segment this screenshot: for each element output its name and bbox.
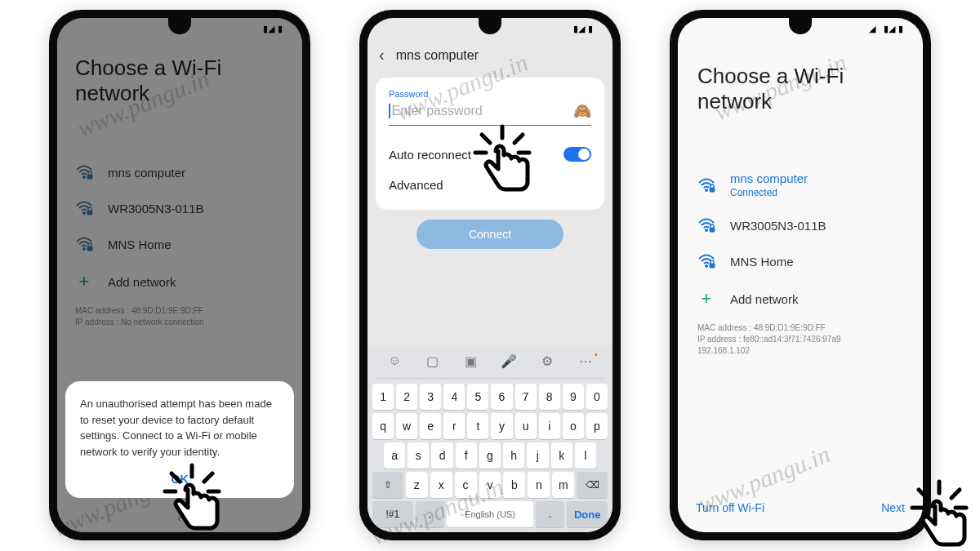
key[interactable]: z	[406, 472, 428, 498]
key[interactable]: f	[456, 442, 477, 469]
phone-1: ▮◢ ▮ Choose a Wi-Fi network mns computer…	[49, 10, 310, 540]
key[interactable]: k	[551, 442, 572, 469]
key[interactable]: 4	[443, 384, 465, 410]
eye-off-icon[interactable]: 🙈	[573, 102, 591, 120]
kb-settings-icon[interactable]: ⚙	[538, 353, 556, 371]
backspace-key[interactable]: ⌫	[577, 472, 608, 498]
bottom-bar: Turn off Wi-Fi Next	[696, 501, 905, 514]
key[interactable]: a	[384, 442, 405, 469]
shift-key[interactable]: ⇧	[372, 472, 403, 498]
key[interactable]: 3	[420, 384, 441, 410]
key[interactable]: 2	[396, 384, 417, 410]
key[interactable]: l	[575, 442, 596, 469]
wifi-item[interactable]: MNS Home	[697, 252, 903, 270]
key[interactable]: j	[527, 442, 548, 469]
key[interactable]: b	[503, 472, 525, 498]
phone-3: ◢ ▮◢ ▮ Choose a Wi-Fi network mns comput…	[670, 10, 931, 540]
battery-icon: ▮	[588, 24, 599, 33]
key[interactable]: t	[467, 413, 488, 439]
key[interactable]: 6	[491, 384, 512, 410]
toggle-on-icon[interactable]	[564, 147, 591, 162]
key[interactable]: o	[563, 413, 584, 439]
kb-row-1: q w e r t y u i o p	[371, 411, 609, 441]
key[interactable]: w	[396, 413, 417, 439]
alert-popup: An unauthorised attempt has been made to…	[65, 381, 294, 498]
key[interactable]: c	[455, 472, 477, 498]
key[interactable]: 1	[372, 384, 394, 410]
kb-gif-icon[interactable]: ▣	[462, 353, 480, 371]
kb-more-icon[interactable]: ⋯	[577, 353, 595, 371]
key[interactable]: g	[479, 442, 501, 469]
key[interactable]: 5	[467, 384, 488, 410]
key[interactable]: h	[503, 442, 524, 469]
wifi-lock-icon	[697, 176, 715, 194]
wifi-item[interactable]: WR3005N3-011B	[697, 216, 903, 234]
key[interactable]: r	[443, 413, 465, 439]
next-button[interactable]: Next	[881, 501, 905, 514]
key[interactable]: 0	[586, 384, 608, 410]
connect-button[interactable]: Connect	[416, 220, 564, 249]
key[interactable]: e	[420, 413, 441, 439]
kb-sticker-icon[interactable]: ▢	[424, 353, 442, 371]
kb-emoji-icon[interactable]: ☺	[385, 353, 403, 371]
comma-key[interactable]: ,	[416, 501, 444, 527]
kb-row-2: a s d f g h j k l	[371, 441, 609, 470]
password-label: Password	[389, 89, 591, 99]
kb-row-4: !#1 , English (US) . Done	[371, 500, 609, 529]
password-input[interactable]: Enter password 🙈	[389, 99, 591, 126]
signal-icon: ▮◢	[884, 24, 895, 33]
auto-reconnect-row[interactable]: Auto reconnect	[389, 139, 591, 170]
wifi-name: WR3005N3-011B	[730, 219, 826, 233]
kb-row-numbers: 1 2 3 4 5 6 7 8 9 0	[371, 382, 609, 411]
advanced-row[interactable]: Advanced	[389, 170, 591, 200]
key[interactable]: p	[586, 413, 608, 439]
key[interactable]: i	[539, 413, 560, 439]
key[interactable]: q	[372, 413, 394, 439]
key[interactable]: u	[515, 413, 537, 439]
ok-button[interactable]: OK	[172, 471, 189, 488]
popup-text: An unauthorised attempt has been made to…	[80, 396, 279, 460]
phone-2: ▮◢ ▮ ‹ mns computer Password Enter passw…	[359, 10, 621, 540]
wifi-item-connected[interactable]: mns computer Connected	[697, 171, 903, 198]
key[interactable]: x	[430, 472, 452, 498]
wifi-status-icon: ◢	[869, 24, 880, 33]
turn-off-wifi-button[interactable]: Turn off Wi-Fi	[696, 501, 764, 514]
key[interactable]: n	[528, 472, 550, 498]
done-key[interactable]: Done	[567, 501, 608, 527]
space-key[interactable]: English (US)	[447, 501, 533, 527]
kb-toolbar: ☺ ▢ ▣ 🎤 ⚙ ⋯	[371, 350, 609, 378]
key[interactable]: m	[552, 472, 574, 498]
period-key[interactable]: .	[536, 501, 564, 527]
wifi-name: mns computer	[730, 171, 808, 185]
key[interactable]: 9	[563, 384, 584, 410]
symbols-key[interactable]: !#1	[372, 501, 413, 527]
key[interactable]: d	[431, 442, 452, 469]
signal-icon: ▮◢	[573, 24, 585, 33]
wifi-list: mns computer Connected WR3005N3-011B MNS…	[697, 171, 903, 309]
page-title: Choose a Wi-Fi network	[697, 64, 903, 114]
key[interactable]: 7	[515, 384, 537, 410]
plus-icon: +	[697, 288, 715, 309]
key[interactable]: y	[491, 413, 512, 439]
key[interactable]: 8	[539, 384, 560, 410]
add-network-label: Add network	[730, 292, 798, 306]
nav-bar: ‹	[57, 504, 302, 532]
password-card: Password Enter password 🙈 Auto reconnect…	[376, 78, 604, 210]
auto-reconnect-label: Auto reconnect	[389, 148, 471, 162]
back-icon[interactable]: ‹	[379, 46, 385, 64]
password-placeholder: Enter password	[392, 104, 574, 118]
wifi-lock-icon	[697, 216, 715, 234]
kb-voice-icon[interactable]: 🎤	[500, 353, 518, 371]
nav-back-icon[interactable]: ‹	[177, 511, 181, 526]
battery-icon: ▮	[898, 24, 910, 33]
key[interactable]: s	[408, 442, 429, 469]
add-network[interactable]: + Add network	[697, 288, 903, 309]
keyboard: ☺ ▢ ▣ 🎤 ⚙ ⋯ 1 2 3 4 5 6 7 8 9	[368, 345, 612, 532]
mac-info: MAC address : 48:9D:D1:9E:9D:FF IP addre…	[697, 322, 903, 357]
key[interactable]: v	[479, 472, 501, 498]
wifi-lock-icon	[697, 252, 715, 270]
text-cursor	[389, 104, 390, 118]
wifi-status: Connected	[730, 187, 808, 198]
header-title: mns computer	[396, 48, 479, 63]
header: ‹ mns computer	[368, 39, 612, 71]
